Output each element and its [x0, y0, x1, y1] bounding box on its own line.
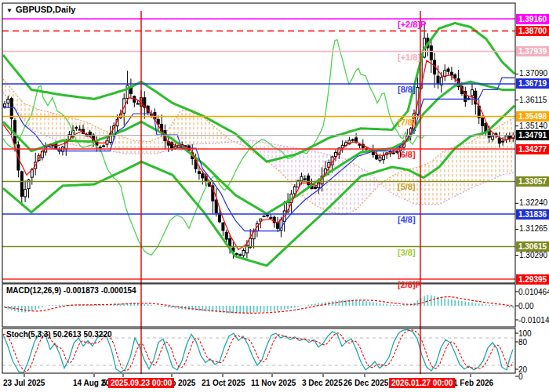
date-label: 11 Feb 2026	[449, 379, 493, 387]
price-axis-tick: 1.30290	[519, 251, 547, 260]
price-tag: 1.37939	[516, 46, 549, 56]
stoch-axis-label: 0	[518, 372, 523, 381]
murrey-level-label: [7/8]	[398, 118, 416, 127]
price-axis-tick: 1.37090	[519, 69, 547, 78]
murrey-level-label: [+1/8]	[398, 53, 420, 62]
price-tag: 1.39160	[516, 14, 549, 24]
murrey-level-label: [5/8]	[398, 182, 416, 191]
price-tag: 1.29395	[516, 274, 549, 285]
price-tag: 1.34791	[516, 130, 549, 140]
vline-date-tag: 2025.09.23 00:00	[108, 378, 174, 388]
price-axis-tick: 1.32240	[519, 198, 547, 208]
date-label: 3 Dec 2025	[302, 379, 343, 387]
chart-canvas[interactable]	[0, 0, 549, 392]
price-tag: 1.35498	[516, 111, 549, 122]
macd-axis-label: 0.010464	[518, 288, 549, 296]
price-axis-tick: 1.36115	[519, 96, 547, 105]
macd-axis-label: -0.010148	[518, 316, 549, 325]
price-tag: 1.34277	[516, 144, 549, 154]
price-tag: 1.38700	[516, 26, 549, 36]
price-tag: 1.31836	[516, 209, 549, 220]
date-label: 23 Jul 2025	[3, 379, 45, 387]
vline-date-tag: 2026.01.27 00:00	[389, 378, 455, 388]
price-tag: 1.36719	[516, 78, 549, 89]
murrey-level-label: [3/8]	[398, 248, 416, 257]
stoch-axis-label: 100	[518, 329, 532, 338]
murrey-level-label: [8/8]	[398, 85, 416, 94]
stoch-axis-label: 80	[518, 338, 527, 347]
date-label: 11 Nov 2025	[251, 379, 296, 387]
price-tag: 1.33057	[516, 176, 549, 187]
murrey-level-label: [2/8]P	[398, 280, 421, 289]
date-label: 21 Oct 2025	[202, 379, 245, 387]
price-tag: 1.30615	[516, 241, 549, 252]
chart-window: ▼GBPUSD,Daily MACD(12,26,9) -0.001873 -0…	[0, 0, 549, 392]
date-label: 26 Dec 2025	[344, 379, 388, 387]
murrey-level-label: [6/8]	[398, 150, 416, 159]
murrey-level-label: [+2/8]P	[398, 20, 426, 29]
macd-axis-label: 0.00	[518, 302, 533, 310]
price-axis-tick: 1.31265	[519, 224, 547, 234]
murrey-level-label: [4/8]	[398, 215, 416, 224]
